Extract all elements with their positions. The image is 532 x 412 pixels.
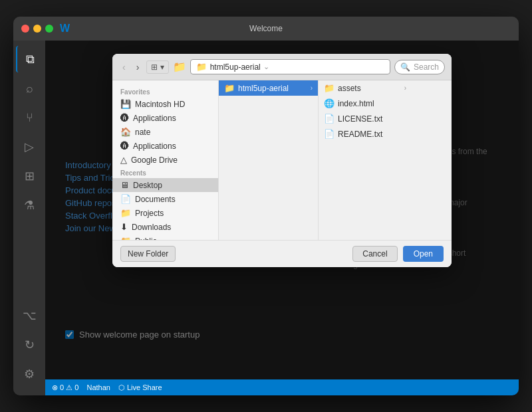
- sidebar-item-public-label: Public: [135, 237, 157, 241]
- content-area: Introductory videos Tips and Tricks Prod…: [45, 41, 519, 395]
- minimize-button[interactable]: [33, 25, 41, 33]
- downloads-icon: ⬇: [120, 222, 128, 232]
- flask-icon[interactable]: ⚗: [16, 192, 43, 219]
- sidebar-item-documents[interactable]: 📄 Documents: [112, 192, 218, 206]
- txt-file-readme-icon: 📄: [324, 129, 334, 139]
- public-icon: 📁: [120, 236, 131, 240]
- folder-aerial-icon: 📁: [224, 83, 235, 93]
- vscode-logo: W: [60, 23, 70, 35]
- txt-file-license-icon: 📄: [324, 114, 334, 124]
- location-folder-icon: 📁: [196, 62, 207, 72]
- location-chevron: ⌄: [263, 62, 269, 71]
- file-item-aerial-label: html5up-aerial: [238, 84, 289, 93]
- traffic-lights: [21, 25, 53, 33]
- sidebar-item-applications1[interactable]: 🅐 Applications: [112, 111, 218, 125]
- dialog-body: Favorites 💾 Macintosh HD 🅐 Applications: [112, 80, 452, 240]
- documents-icon: 📄: [120, 194, 131, 204]
- maximize-button[interactable]: [45, 25, 53, 33]
- sidebar-item-projects[interactable]: 📁 Projects: [112, 206, 218, 220]
- view-button[interactable]: ⊞ ▾: [146, 60, 168, 74]
- status-bar: ⊗ 0 ⚠ 0 Nathan ⬡ Live Share: [45, 379, 519, 395]
- sidebar-item-nate-label: nate: [135, 128, 150, 137]
- sidebar-item-macintosh[interactable]: 💾 Macintosh HD: [112, 97, 218, 111]
- folder-button[interactable]: 📁: [173, 60, 186, 73]
- source-control-icon[interactable]: ⑂: [16, 104, 43, 131]
- dialog-overlay: ‹ › ⊞ ▾ 📁 📁 html5up-aerial ⌄ 🔍: [45, 41, 519, 379]
- applications1-icon: 🅐: [120, 113, 129, 123]
- dialog-footer-actions: Cancel Open: [352, 246, 444, 262]
- desktop-icon: 🖥: [120, 180, 129, 190]
- chevron-right-icon: ›: [311, 84, 313, 92]
- html-file-icon: 🌐: [324, 98, 334, 108]
- run-icon[interactable]: ▷: [16, 134, 43, 160]
- title-bar: W Welcome: [13, 17, 519, 41]
- applications2-icon: 🅐: [120, 141, 129, 151]
- file-dialog: ‹ › ⊞ ▾ 📁 📁 html5up-aerial ⌄ 🔍: [112, 54, 452, 267]
- search-placeholder: Search: [414, 62, 439, 72]
- file-item-index-label: index.html: [338, 99, 374, 108]
- new-folder-button[interactable]: New Folder: [120, 246, 176, 262]
- file-item-assets[interactable]: 📁 assets ›: [319, 80, 412, 96]
- open-button[interactable]: Open: [403, 246, 444, 262]
- file-item-index[interactable]: 🌐 index.html: [319, 96, 412, 111]
- sidebar-item-documents-label: Documents: [135, 195, 176, 204]
- back-button[interactable]: ‹: [119, 60, 129, 74]
- nate-icon: 🏠: [120, 127, 131, 137]
- folder-assets-icon: 📁: [324, 83, 334, 93]
- activity-bar: ⧉ ⌕ ⑂ ▷ ⊞ ⚗ ⌥ ↻ ⚙: [13, 41, 45, 395]
- settings-icon[interactable]: ⚙: [16, 361, 43, 387]
- sidebar-item-applications2-label: Applications: [133, 142, 176, 151]
- favorites-section: Favorites: [112, 86, 218, 97]
- file-item-html5up-aerial[interactable]: 📁 html5up-aerial ›: [219, 80, 318, 96]
- file-item-readme[interactable]: 📄 README.txt: [319, 126, 412, 142]
- sidebar-item-googledrive-label: Google Drive: [131, 155, 178, 165]
- assets-chevron-icon: ›: [404, 84, 406, 92]
- location-bar[interactable]: 📁 html5up-aerial ⌄: [190, 59, 390, 74]
- sidebar-item-desktop[interactable]: 🖥 Desktop: [112, 178, 218, 192]
- macintosh-icon: 💾: [120, 99, 131, 109]
- error-count: ⊗ 0 ⚠ 0: [52, 383, 78, 392]
- explorer-icon[interactable]: ⧉: [16, 46, 43, 72]
- main-layout: ⧉ ⌕ ⑂ ▷ ⊞ ⚗ ⌥ ↻ ⚙ Introductory videos Ti…: [13, 41, 519, 395]
- search-bar[interactable]: 🔍 Search: [394, 60, 445, 74]
- location-text: html5up-aerial: [210, 62, 261, 72]
- forward-button[interactable]: ›: [133, 60, 143, 74]
- search-icon: 🔍: [400, 62, 410, 72]
- dialog-footer: New Folder Cancel Open: [112, 240, 452, 267]
- sidebar-item-projects-label: Projects: [135, 209, 164, 218]
- recents-section: Recents: [112, 167, 218, 178]
- file-column-2: 📁 assets › 🌐 index.html: [319, 80, 412, 240]
- dialog-toolbar: ‹ › ⊞ ▾ 📁 📁 html5up-aerial ⌄ 🔍: [112, 54, 452, 80]
- status-bar-left: ⊗ 0 ⚠ 0 Nathan ⬡ Live Share: [52, 383, 162, 392]
- file-item-assets-label: assets: [338, 84, 361, 93]
- googledrive-icon: △: [120, 155, 127, 165]
- file-item-license[interactable]: 📄 LICENSE.txt: [319, 111, 412, 126]
- vscode-window: W Welcome ⧉ ⌕ ⑂ ▷ ⊞ ⚗ ⌥ ↻ ⚙ Introductory…: [13, 17, 519, 395]
- close-button[interactable]: [21, 25, 29, 33]
- file-column-1: 📁 html5up-aerial ›: [219, 80, 319, 240]
- live-share[interactable]: ⬡ Live Share: [118, 383, 162, 392]
- sidebar-item-downloads[interactable]: ⬇ Downloads: [112, 220, 218, 234]
- sidebar-item-macintosh-label: Macintosh HD: [135, 100, 185, 109]
- welcome-page: Introductory videos Tips and Tricks Prod…: [45, 41, 519, 379]
- file-item-readme-label: README.txt: [338, 130, 382, 139]
- sidebar-item-googledrive[interactable]: △ Google Drive: [112, 153, 218, 167]
- file-item-license-label: LICENSE.txt: [338, 114, 382, 124]
- search-icon[interactable]: ⌕: [16, 75, 43, 102]
- user-name[interactable]: Nathan: [86, 383, 110, 391]
- refresh-icon[interactable]: ↻: [16, 332, 43, 358]
- sidebar-item-public[interactable]: 📁 Public: [112, 234, 218, 240]
- window-title: Welcome: [249, 24, 283, 33]
- dialog-sidebar: Favorites 💾 Macintosh HD 🅐 Applications: [112, 80, 219, 240]
- sidebar-item-applications1-label: Applications: [133, 114, 176, 123]
- cancel-button[interactable]: Cancel: [352, 246, 397, 262]
- sidebar-item-nate[interactable]: 🏠 nate: [112, 125, 218, 139]
- extensions-icon[interactable]: ⊞: [16, 163, 43, 189]
- git-icon[interactable]: ⌥: [16, 302, 43, 329]
- sidebar-item-downloads-label: Downloads: [132, 223, 171, 232]
- sidebar-item-applications2[interactable]: 🅐 Applications: [112, 139, 218, 153]
- file-panel: 📁 html5up-aerial ›: [219, 80, 452, 240]
- sidebar-item-desktop-label: Desktop: [133, 181, 162, 190]
- projects-icon: 📁: [120, 208, 131, 218]
